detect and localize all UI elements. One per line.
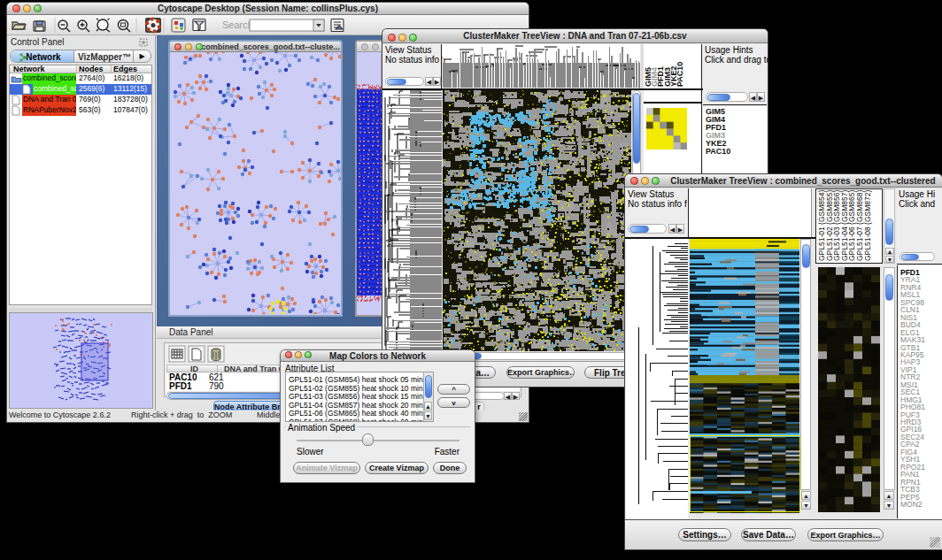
svg-text:GPL51-08 (GSM872): GPL51-08 (GSM872) [863, 190, 872, 261]
svg-text:PAC10: PAC10 [676, 62, 684, 87]
